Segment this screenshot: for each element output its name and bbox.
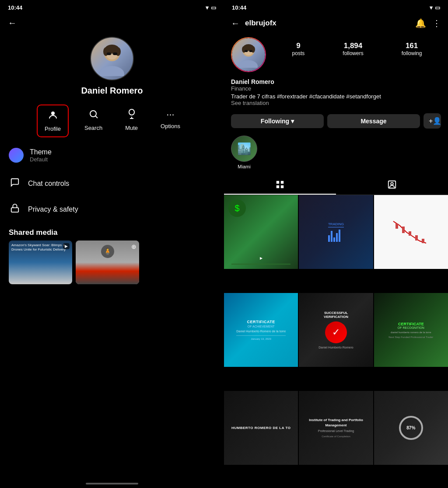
mute-icon bbox=[126, 109, 137, 122]
left-user-name: Daniel Romero bbox=[0, 86, 224, 96]
right-profile-section: 9 posts 1,894 followers 161 following bbox=[224, 33, 448, 77]
privacy-safety-row[interactable]: Privacy & safety bbox=[0, 196, 224, 222]
action-options[interactable]: ··· Options bbox=[154, 105, 187, 137]
home-indicator bbox=[86, 483, 138, 485]
percent-value: 87% bbox=[406, 425, 415, 430]
svg-rect-33 bbox=[415, 235, 418, 241]
search-icon bbox=[88, 109, 99, 122]
following-label: Following bbox=[261, 118, 289, 125]
svg-rect-6 bbox=[107, 52, 111, 55]
message-label: Message bbox=[360, 118, 386, 125]
svg-rect-14 bbox=[11, 208, 19, 212]
media-thumb-2[interactable]: 🧍 ⊕ bbox=[76, 241, 139, 284]
following-button[interactable]: Following ▾ bbox=[231, 114, 324, 128]
theme-icon bbox=[9, 148, 24, 163]
theme-row[interactable]: Theme Default bbox=[0, 140, 224, 171]
theme-label: Theme bbox=[30, 148, 52, 156]
highlight-miami-circle: 🏙️ bbox=[231, 136, 257, 162]
svg-rect-34 bbox=[422, 239, 424, 243]
action-profile-label: Profile bbox=[45, 125, 61, 132]
options-icon: ··· bbox=[166, 109, 174, 120]
svg-rect-24 bbox=[276, 181, 279, 184]
tab-bar bbox=[224, 175, 448, 195]
svg-point-1 bbox=[100, 66, 124, 76]
left-time: 10:44 bbox=[8, 4, 22, 11]
chat-controls-row[interactable]: Chat controls bbox=[0, 171, 224, 196]
add-person-button[interactable]: +👤 bbox=[424, 113, 441, 129]
notification-icon[interactable]: 🔔 bbox=[415, 18, 426, 28]
media-grid: Amazon's Skyward Soar: Blimps & Drones U… bbox=[0, 241, 224, 284]
grid-cell-6[interactable]: CERTIFICATE OF RECOGNITION daniel humber… bbox=[374, 293, 448, 367]
bio-name: Daniel Romero bbox=[231, 78, 441, 85]
more-options-icon[interactable]: ⋮ bbox=[432, 18, 441, 28]
back-button[interactable]: ← bbox=[8, 18, 17, 28]
tab-grid[interactable] bbox=[224, 175, 336, 195]
svg-point-29 bbox=[391, 182, 393, 185]
right-status-bar: 10:44 ▾ ▭ bbox=[224, 0, 448, 14]
grid-cell-3[interactable] bbox=[374, 195, 448, 269]
following-stat: 161 following bbox=[402, 42, 422, 56]
action-search[interactable]: Search bbox=[77, 105, 109, 137]
grid-cell-9[interactable]: 87% bbox=[374, 391, 448, 465]
action-mute[interactable]: Mute bbox=[118, 105, 145, 137]
svg-rect-21 bbox=[245, 50, 248, 52]
chat-controls-label: Chat controls bbox=[28, 180, 69, 188]
message-button[interactable]: Message bbox=[327, 114, 420, 128]
svg-rect-30 bbox=[396, 223, 398, 229]
bio-text: Trader de 7 cifras #forextrader #cfacand… bbox=[231, 93, 441, 100]
grid-cell-5[interactable]: SUCCESSFULVERIFICATION ✓ Daniel Humberto… bbox=[299, 293, 373, 367]
tab-tagged[interactable] bbox=[336, 175, 448, 195]
svg-rect-25 bbox=[281, 181, 284, 184]
svg-point-16 bbox=[239, 60, 258, 68]
right-wifi-icon: ▾ bbox=[430, 4, 433, 11]
percent-circle: 87% bbox=[399, 416, 423, 440]
shared-media-label: Shared media bbox=[0, 222, 224, 241]
action-row: Profile Search Mute ··· Opt bbox=[0, 105, 224, 137]
right-back-button[interactable]: ← bbox=[231, 18, 240, 28]
grid-cell-8[interactable]: Institute of Trading and Portfolio Manag… bbox=[299, 391, 373, 465]
theme-sublabel: Default bbox=[30, 156, 52, 163]
grid-cell-2[interactable]: TRADING bbox=[299, 195, 373, 269]
add-person-icon: +👤 bbox=[429, 117, 441, 125]
bio-translate[interactable]: See translation bbox=[231, 100, 441, 106]
action-mute-label: Mute bbox=[125, 125, 138, 131]
right-profile-avatar[interactable] bbox=[231, 37, 266, 72]
left-status-bar: 10:44 ▾ ▭ bbox=[0, 0, 224, 14]
right-battery-icon: ▭ bbox=[435, 4, 440, 11]
svg-rect-27 bbox=[281, 185, 284, 188]
bio-section: Daniel Romero Finance Trader de 7 cifras… bbox=[224, 77, 448, 111]
followers-count: 1,894 bbox=[344, 42, 363, 50]
svg-rect-32 bbox=[409, 231, 411, 236]
header-icons: 🔔 ⋮ bbox=[415, 18, 441, 28]
posts-label: posts bbox=[292, 50, 305, 56]
grid-cell-4[interactable]: CERTIFICATE OF ACHIEVEMENT Daniel Humber… bbox=[224, 293, 298, 367]
stats-row: 9 posts 1,894 followers 161 following bbox=[273, 37, 441, 56]
grid-cell-7[interactable]: HUMBERTO ROMERO DE LA TO bbox=[224, 391, 298, 465]
svg-rect-31 bbox=[402, 227, 405, 233]
svg-rect-26 bbox=[276, 185, 279, 188]
header-left: ← elbrujofx bbox=[231, 18, 276, 28]
media-text-1: Amazon's Skyward Soar: Blimps & Drones U… bbox=[11, 243, 70, 252]
right-panel: 10:44 ▾ ▭ ← elbrujofx 🔔 ⋮ bbox=[224, 0, 448, 488]
svg-line-11 bbox=[95, 116, 98, 119]
right-status-icons: ▾ ▭ bbox=[430, 4, 440, 11]
highlight-miami[interactable]: 🏙️ Miami bbox=[231, 136, 257, 169]
chevron-down-icon: ▾ bbox=[291, 118, 294, 125]
action-buttons: Following ▾ Message +👤 bbox=[224, 111, 448, 131]
action-profile[interactable]: Profile bbox=[37, 105, 69, 137]
wifi-icon: ▾ bbox=[206, 4, 209, 11]
action-options-label: Options bbox=[161, 123, 180, 129]
following-count: 161 bbox=[406, 42, 418, 50]
privacy-safety-label: Privacy & safety bbox=[28, 206, 78, 213]
verification-badge: ✓ bbox=[325, 321, 347, 343]
left-panel: 10:44 ▾ ▭ ← Daniel Rom bbox=[0, 0, 224, 488]
following-label: following bbox=[402, 50, 422, 56]
posts-count: 9 bbox=[296, 42, 300, 50]
left-status-icons: ▾ ▭ bbox=[206, 4, 216, 11]
media-thumb-1[interactable]: Amazon's Skyward Soar: Blimps & Drones U… bbox=[9, 241, 72, 284]
save-icon: ⊕ bbox=[131, 243, 136, 250]
chat-controls-icon bbox=[9, 178, 21, 189]
grid-cell-1[interactable]: $ ▶ bbox=[224, 195, 298, 269]
photo-grid: $ ▶ TRADING bbox=[224, 195, 448, 488]
highlight-miami-label: Miami bbox=[238, 164, 250, 169]
